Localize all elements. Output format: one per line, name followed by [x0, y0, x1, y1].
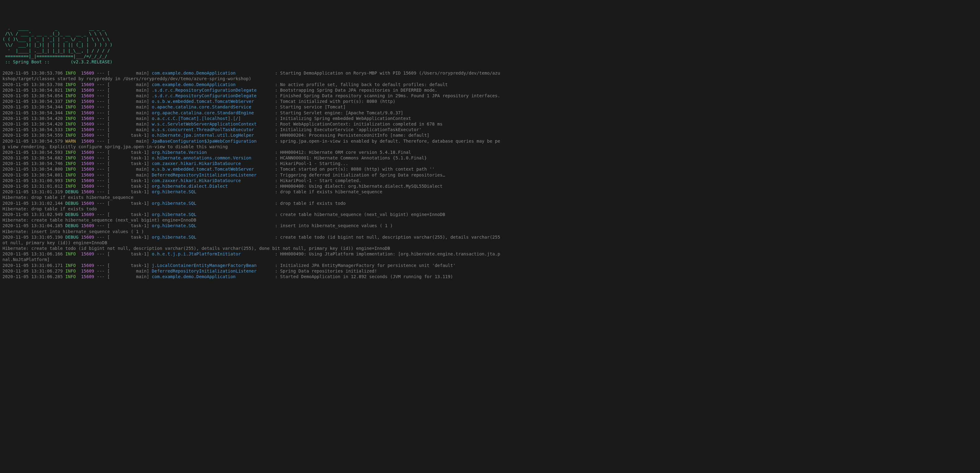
- terminal-output: . ____ _ __ _ _ /\\ / ___'_ __ _ _(_)_ _…: [3, 25, 977, 279]
